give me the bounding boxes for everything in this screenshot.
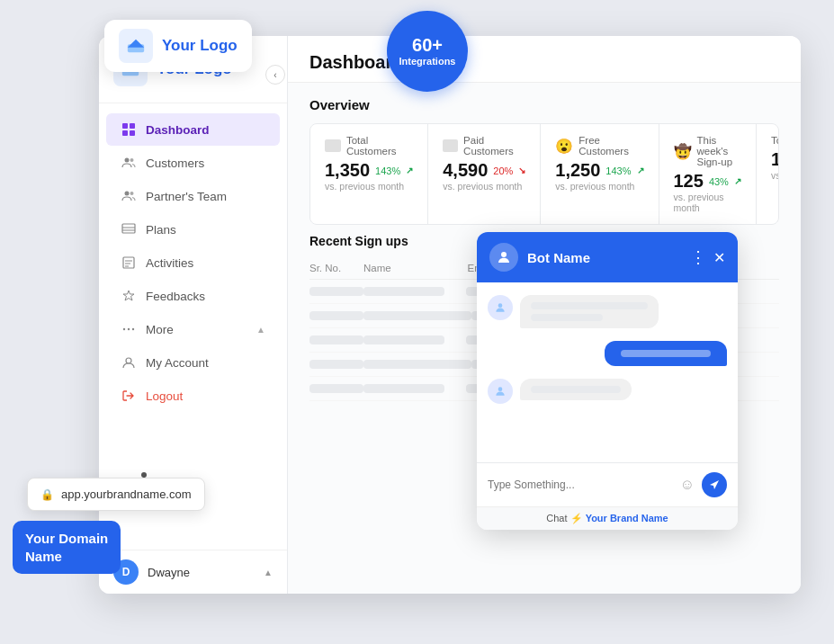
svg-rect-5 [130,123,135,129]
stats-row: Total Customers 1,350 143% ↗ vs. previou… [309,123,779,225]
chat-close-button[interactable]: ✕ [713,249,725,266]
sidebar-item-more[interactable]: More ▲ [106,313,280,345]
svg-point-8 [125,158,130,163]
sidebar-item-partners-team[interactable]: Partner's Team [106,180,280,212]
logo-callout: Your Logo [104,20,252,72]
total-customers-icon [325,139,341,152]
chat-msg-avatar-2 [488,379,513,404]
plans-icon [121,221,137,237]
sidebar-item-label-activities: Activities [146,256,193,270]
chat-menu-button[interactable]: ⋮ [690,247,706,267]
stat-value-total: 1,350 143% ↗ [325,160,413,181]
stat-arrow-up-weekly: ↗ [734,176,741,186]
send-button[interactable] [702,472,727,497]
chat-bot-avatar [489,243,518,272]
more-chevron-icon: ▲ [256,325,265,335]
skeleton-cell [363,384,444,393]
chat-lightning-icon: ⚡ [570,513,583,523]
sidebar-item-label-plans: Plans [146,223,176,237]
svg-point-21 [128,328,130,330]
domain-label-bubble: Your Domain Name [13,521,121,574]
chat-footer-text: Chat [546,513,569,523]
sidebar-item-feedbacks[interactable]: Feedbacks [106,280,280,312]
stat-vs-total: vs. previous month [325,181,413,192]
skeleton [531,386,621,393]
stat-weekly-signup: 🤠 This week's Sign-up 125 43% ↗ vs. prev… [659,124,757,224]
integrations-badge: 60+ Integrations [387,11,468,92]
stat-vs-weekly: vs. previous month [674,192,741,213]
chat-message-bot-2 [488,379,727,404]
svg-rect-4 [122,123,128,129]
feedbacks-icon [121,288,137,304]
integrations-label: Integrations [399,56,456,67]
chat-widget: Bot Name ⋮ ✕ [477,232,738,530]
col-sr-no: Sr. No. [309,263,363,273]
sidebar-item-activities[interactable]: Activities [106,246,280,279]
sidebar-item-label-customers: Customers [146,157,204,170]
stat-paid-customers: Paid Customers 4,590 20% ↘ vs. previous … [428,124,541,224]
skeleton [531,314,603,321]
main-header: Dashboard [288,36,801,83]
sidebar-item-customers[interactable]: Customers [106,147,280,179]
chat-input[interactable] [488,479,673,491]
sidebar-item-my-account[interactable]: My Account [106,346,280,379]
logout-icon [121,388,137,404]
skeleton-cell [309,360,363,369]
logo-text: Your Logo [162,37,238,55]
sidebar-item-label-logout: Logout [146,389,183,403]
stat-value-free: 1,250 143% ↗ [555,160,643,181]
sidebar-item-label-feedbacks: Feedbacks [146,290,205,303]
chat-bubble-user [605,341,727,366]
user-chevron-icon: ▲ [264,568,273,577]
domain-label-line2: Name [25,549,62,564]
stat-vs-today: vs. pre... [771,170,779,181]
customers-icon [121,155,137,171]
domain-label-line1: Your Domain [25,531,108,546]
dashboard-icon [121,121,137,138]
stat-label-total: Total Customers [325,135,413,157]
sidebar-item-label-more: More [146,323,174,336]
stat-label-free: 😮 Free Customers [555,135,643,157]
stat-total-customers: Total Customers 1,350 143% ↗ vs. previou… [310,124,428,224]
sidebar-item-dashboard[interactable]: Dashboard [106,113,280,146]
free-customers-emoji: 😮 [555,138,573,155]
skeleton-cell [363,287,444,296]
skeleton-cell [363,311,471,320]
svg-point-25 [501,252,507,257]
stat-vs-free: vs. previous month [555,181,643,192]
sidebar-item-plans[interactable]: Plans [106,213,280,246]
svg-point-11 [130,192,134,195]
svg-point-10 [125,192,130,196]
skeleton [531,302,648,309]
skeleton-cell [363,360,471,369]
weekly-signup-emoji: 🤠 [674,143,692,160]
domain-callout: 🔒 app.yourbrandname.com [27,478,205,511]
stat-label-paid: Paid Customers [443,135,525,157]
chat-bubble-bot-2-content [520,379,632,400]
emoji-button[interactable]: ☺ [680,477,695,493]
svg-point-23 [126,358,131,363]
skeleton-cell [363,335,444,344]
sidebar-item-logout[interactable]: Logout [106,380,280,412]
chat-messages [477,282,738,462]
overview-section: Overview Total Customers 1,350 143% ↗ vs… [288,83,801,234]
stat-value-weekly: 125 43% ↗ [674,171,741,192]
sidebar-collapse-button[interactable]: ‹ [265,65,285,85]
stat-arrow-up-total: ↗ [406,165,413,175]
more-icon [121,321,137,337]
paid-customers-icon [443,139,458,152]
chat-bubble-bot-1 [520,295,659,328]
chat-brand-name: Your Brand Name [586,513,668,523]
svg-point-20 [123,328,125,330]
skeleton-cell [309,384,363,393]
chat-bot-name: Bot Name [527,250,681,265]
stat-free-customers: 😮 Free Customers 1,250 143% ↗ vs. previo… [541,124,659,224]
stat-value-paid: 4,590 20% ↘ [443,160,525,181]
skeleton-cell [309,311,363,320]
my-account-icon [121,354,137,371]
domain-url: app.yourbrandname.com [61,487,192,501]
stat-label-weekly: 🤠 This week's Sign-up [674,135,741,167]
sidebar-user-area[interactable]: D Dwayne ▲ [99,550,287,594]
svg-marker-19 [123,291,134,300]
svg-point-27 [498,387,503,391]
